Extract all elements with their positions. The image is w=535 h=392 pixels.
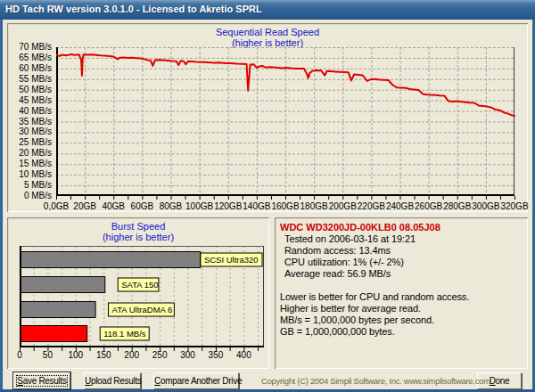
seq-y-tick-label: 65 MB/s [7, 53, 52, 62]
burst-bar-4 [21, 326, 87, 342]
seq-y-tick-label: 70 MB/s [7, 42, 52, 52]
seq-x-tick-label: 320GB [500, 201, 528, 211]
burst-bar-label: 118.1 MB/s [103, 329, 146, 339]
upload-results-button[interactable]: Upload Results [84, 372, 141, 389]
seq-y-tick-label: 15 MB/s [7, 159, 52, 168]
seq-y-tick-label: 55 MB/s [7, 74, 52, 84]
info-line: CPU utilization: 1% (+/- 2%) [280, 257, 523, 268]
burst-bar-label: SATA 150 [121, 280, 158, 290]
seq-x-tick-label: 280GB [443, 201, 471, 211]
burst-x-tick-label: 350 [209, 350, 224, 360]
seq-y-tick-label: 25 MB/s [7, 137, 52, 147]
drive-notes: Lower is better for CPU and random acces… [280, 291, 523, 338]
seq-x-tick-label: 60GB [131, 201, 154, 211]
burst-x-tick-label: 250 [152, 350, 168, 360]
info-gap [280, 280, 523, 291]
seq-y-tick-label: 35 MB/s [7, 117, 52, 127]
drive-name: WDC WD3200JD-00KLB0 08.05J08 [280, 222, 523, 233]
seq-x-tick-label: 120GB [214, 201, 242, 211]
compare-another-drive-button[interactable]: Compare Another Drive [153, 372, 239, 389]
copyright-text: Copyright (C) 2004 Simpli Software, Inc.… [261, 376, 475, 386]
seq-chart-title: Sequential Read Speed (higher is better) [7, 27, 528, 48]
seq-x-tick-label: 260GB [415, 201, 442, 211]
seq-x-tick-label: 40GB [102, 201, 125, 211]
seq-y-tick-label: 60 MB/s [7, 63, 52, 73]
burst-chart-title: Burst Speed (higher is better) [7, 221, 269, 242]
info-line: MB/s = 1,000,000 bytes per second. [280, 314, 523, 326]
drive-info-panel: WDC WD3200JD-00KLB0 08.05J08 Tested on 2… [275, 217, 528, 369]
burst-bar-label: ATA UltraDMA 6 [112, 305, 173, 314]
hdtach-window: HD Tach RW version 3.0.1.0 - Licensed to… [0, 0, 535, 392]
seq-x-tick-label: 300GB [472, 201, 499, 211]
seq-y-tick-label: 20 MB/s [7, 148, 52, 158]
burst-chart-title-line2: (higher is better) [7, 232, 269, 242]
seq-x-tick-label: 100GB [185, 201, 213, 211]
burst-plot: SCSI Ultra320SATA 150ATA UltraDMA 6118.1… [20, 246, 266, 352]
seq-y-tick-label: 5 MB/s [7, 180, 52, 190]
burst-bar-3 [21, 302, 96, 318]
info-line: Lower is better for CPU and random acces… [280, 291, 523, 303]
save-results-button[interactable]: Save Results [13, 372, 70, 389]
burst-x-tick-label: 50 [43, 350, 53, 360]
sequential-read-panel: Sequential Read Speed (higher is better)… [7, 23, 528, 212]
info-line: GB = 1,000,000,000 bytes. [280, 326, 523, 338]
window-title: HD Tach RW version 3.0.1.0 - Licensed to… [5, 4, 262, 14]
burst-bar-1 [21, 252, 201, 268]
burst-x-tick-label: 400 [236, 350, 251, 360]
info-line: Average read: 56.9 MB/s [280, 268, 523, 280]
info-line: Random access: 13.4ms [280, 245, 523, 257]
burst-chart-title-line1: Burst Speed [7, 221, 269, 232]
burst-x-tick-label: 100 [69, 350, 84, 360]
window-border-left [0, 20, 3, 389]
seq-x-tick-label: 220GB [358, 201, 385, 211]
seq-y-tick-label: 10 MB/s [7, 169, 52, 179]
seq-x-tick-label: 140GB [243, 201, 270, 211]
info-line: Tested on 2006-03-16 at 19:21 [280, 233, 523, 245]
seq-read-plot [56, 47, 516, 201]
burst-x-tick-label: 0 [17, 350, 22, 360]
seq-y-tick-label: 30 MB/s [7, 127, 52, 136]
burst-bar-2 [21, 277, 105, 293]
seq-y-tick-label: 40 MB/s [7, 106, 52, 116]
seq-y-tick-label: 50 MB/s [7, 85, 52, 94]
seq-x-tick-label: 20GB [73, 201, 96, 211]
burst-x-tick-label: 300 [180, 350, 195, 360]
seq-x-tick-label: 180GB [300, 201, 328, 211]
seq-chart-title-line1: Sequential Read Speed [7, 27, 528, 37]
burst-x-tick-label: 200 [124, 350, 139, 360]
seq-x-tick-label: 200GB [329, 201, 357, 211]
seq-x-tick-label: 80GB [160, 201, 183, 211]
drive-stats: Tested on 2006-03-16 at 19:21Random acce… [280, 233, 523, 280]
burst-speed-panel: Burst Speed (higher is better) SCSI Ultr… [7, 217, 269, 369]
seq-y-tick-label: 45 MB/s [7, 95, 52, 105]
info-line: Higher is better for average read. [280, 303, 523, 314]
seq-x-tick-label: 240GB [386, 201, 414, 211]
seq-x-tick-label: 0,0GB [44, 201, 69, 211]
seq-y-tick-label: 0 MB/s [7, 191, 52, 200]
window-titlebar[interactable]: HD Tach RW version 3.0.1.0 - Licensed to… [0, 0, 535, 20]
burst-x-tick-label: 150 [96, 350, 111, 360]
burst-bar-label: SCSI Ultra320 [204, 255, 259, 265]
seq-x-tick-label: 160GB [271, 201, 299, 211]
